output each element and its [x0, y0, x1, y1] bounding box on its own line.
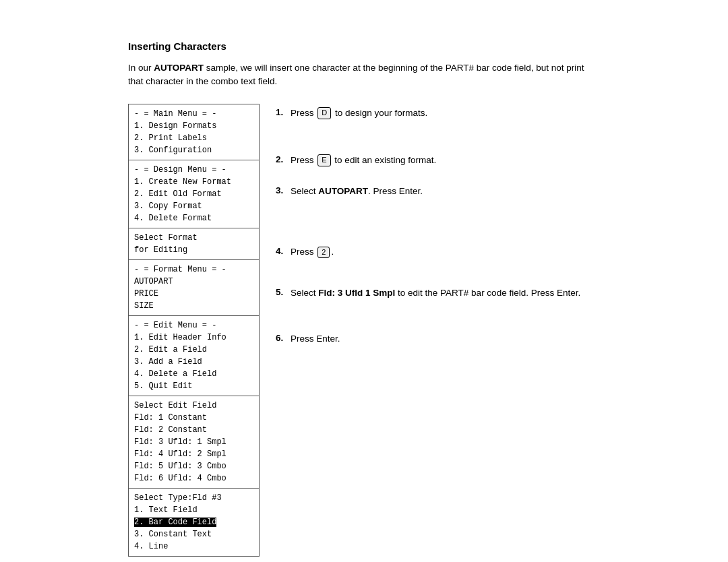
design-menu-box: - = Design Menu = - 1. Create New Format…	[128, 160, 260, 228]
design-menu-item-3: 3. Copy Format	[134, 200, 253, 212]
select-edit-field-item-3: Fld: 3 Ufld: 1 Smpl	[134, 436, 253, 448]
step-2-content: Press E to edit an existing format.	[291, 154, 436, 167]
design-menu-header: - = Design Menu = -	[134, 164, 253, 176]
page-title: Inserting Characters	[128, 40, 600, 52]
select-format-box: Select Format for Editing	[128, 228, 260, 260]
intro-paragraph: In our AUTOPART sample, we will insert o…	[128, 61, 600, 89]
page-container: Inserting Characters In our AUTOPART sam…	[101, 0, 627, 562]
edit-menu-item-3: 3. Add a Field	[134, 356, 253, 368]
step-2-number: 2.	[276, 154, 291, 164]
key-2: 2	[317, 247, 330, 258]
step-3-content: Select AUTOPART. Press Enter.	[291, 185, 423, 198]
brand-name: AUTOPART	[154, 63, 204, 73]
main-menu-item-3: 3. Configuration	[134, 144, 253, 156]
main-menu-header: - = Main Menu = -	[134, 108, 253, 120]
select-edit-field-item-1: Fld: 1 Constant	[134, 412, 253, 424]
design-menu-item-4: 4. Delete Format	[134, 212, 253, 224]
step-4-content: Press 2.	[291, 245, 334, 259]
autopart-bold: AUTOPART	[318, 186, 368, 196]
edit-menu-box: - = Edit Menu = - 1. Edit Header Info 2.…	[128, 316, 260, 396]
select-type-item-2-highlighted: 2. Bar Code Field	[134, 516, 253, 528]
select-type-item-1: 1. Text Field	[134, 504, 253, 516]
format-menu-item-3: SIZE	[134, 300, 253, 312]
select-format-line2: for Editing	[134, 244, 253, 256]
step-6-number: 6.	[276, 332, 291, 343]
key-e: E	[317, 154, 330, 166]
edit-menu-item-2: 2. Edit a Field	[134, 344, 253, 356]
format-menu-header: - = Format Menu = -	[134, 263, 253, 276]
step-5: 5. Select Fld: 3 Ufld 1 Smpl to edit the…	[276, 286, 600, 300]
step-4-number: 4.	[276, 245, 291, 256]
highlight-text: 2. Bar Code Field	[134, 518, 216, 527]
step-4: 4. Press 2.	[276, 245, 600, 259]
design-menu-item-2: 2. Edit Old Format	[134, 188, 253, 200]
select-edit-field-item-2: Fld: 2 Constant	[134, 424, 253, 436]
step-1-content: Press D to design your formats.	[291, 106, 427, 120]
step-5-content: Select Fld: 3 Ufld 1 Smpl to edit the PA…	[291, 286, 580, 300]
format-menu-item-2: PRICE	[134, 288, 253, 300]
left-column: - = Main Menu = - 1. Design Formats 2. P…	[128, 104, 260, 557]
step-1-number: 1.	[276, 106, 291, 117]
select-edit-field-box: Select Edit Field Fld: 1 Constant Fld: 2…	[128, 396, 260, 489]
step-3-number: 3.	[276, 185, 291, 195]
format-menu-item-1: AUTOPART	[134, 276, 253, 288]
select-type-header: Select Type:Fld #3	[134, 492, 253, 504]
select-format-line1: Select Format	[134, 232, 253, 244]
key-d: D	[317, 107, 331, 119]
select-edit-field-header: Select Edit Field	[134, 400, 253, 412]
select-type-item-4: 4. Line	[134, 540, 253, 553]
edit-menu-item-5: 5. Quit Edit	[134, 380, 253, 392]
select-edit-field-item-5: Fld: 5 Ufld: 3 Cmbo	[134, 460, 253, 472]
content-area: - = Main Menu = - 1. Design Formats 2. P…	[128, 104, 600, 557]
fld3-bold: Fld: 3 Ufld 1 Smpl	[318, 288, 395, 298]
main-menu-box: - = Main Menu = - 1. Design Formats 2. P…	[128, 104, 260, 160]
edit-menu-header: - = Edit Menu = -	[134, 319, 253, 332]
select-edit-field-item-6: Fld: 6 Ufld: 4 Cmbo	[134, 472, 253, 485]
edit-menu-item-4: 4. Delete a Field	[134, 368, 253, 380]
main-menu-item-1: 1. Design Formats	[134, 120, 253, 132]
design-menu-item-1: 1. Create New Format	[134, 176, 253, 188]
edit-menu-item-1: 1. Edit Header Info	[134, 332, 253, 344]
format-menu-box: - = Format Menu = - AUTOPART PRICE SIZE	[128, 260, 260, 316]
step-6: 6. Press Enter.	[276, 332, 600, 346]
select-type-item-3: 3. Constant Text	[134, 528, 253, 540]
right-column: 1. Press D to design your formats. 2. Pr…	[276, 104, 600, 557]
step-5-number: 5.	[276, 286, 291, 297]
step-2: 2. Press E to edit an existing format.	[276, 154, 600, 167]
select-type-box: Select Type:Fld #3 1. Text Field 2. Bar …	[128, 489, 260, 557]
select-edit-field-item-4: Fld: 4 Ufld: 2 Smpl	[134, 448, 253, 460]
step-1: 1. Press D to design your formats.	[276, 106, 600, 120]
main-menu-item-2: 2. Print Labels	[134, 132, 253, 144]
step-3: 3. Select AUTOPART. Press Enter.	[276, 185, 600, 198]
step-6-content: Press Enter.	[291, 332, 340, 346]
